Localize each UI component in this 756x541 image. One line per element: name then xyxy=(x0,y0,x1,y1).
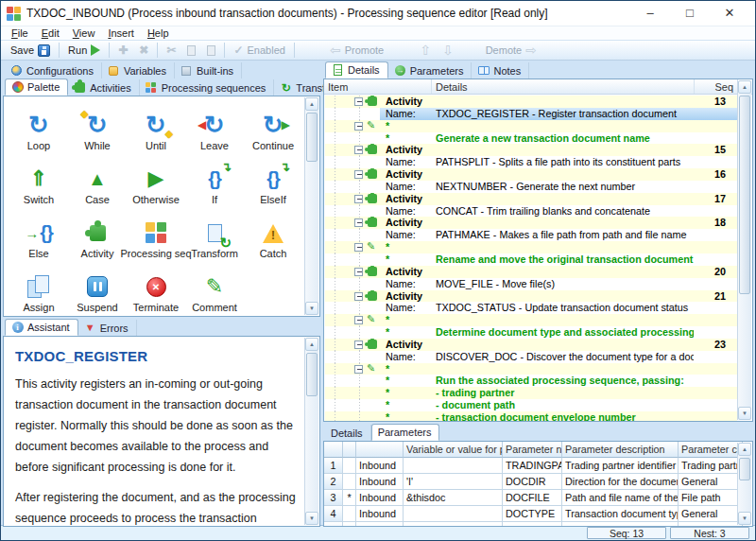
param-column-header-parameter-description[interactable]: Parameter description xyxy=(562,442,679,458)
scrollbar-track[interactable] xyxy=(738,456,751,512)
save-button[interactable]: Save xyxy=(5,41,56,60)
scrollbar-down-button[interactable]: ▼ xyxy=(738,512,751,525)
palette-item-elseif[interactable]: {}↴ElseIf xyxy=(244,154,302,208)
left-tab-palette[interactable]: Palette xyxy=(5,79,68,96)
parameter-row[interactable]: 5InboundDOCCONTENTTransaction document c… xyxy=(324,522,752,527)
scrollbar-thumb[interactable] xyxy=(306,353,318,396)
collapse-toggle[interactable] xyxy=(354,365,363,374)
palette-item-activity[interactable]: Activity xyxy=(68,208,127,262)
collapse-toggle[interactable] xyxy=(354,218,363,227)
tree-row-name[interactable]: Name:PATHSPLIT - Splits a file path into… xyxy=(325,156,737,168)
tree-row-comment[interactable]: *- transaction document envelope number xyxy=(325,411,737,422)
scrollbar-up-button[interactable]: ▲ xyxy=(738,443,751,456)
tree-row-name[interactable]: Name:NEXTNUMBER - Generate the next numb… xyxy=(325,181,737,193)
left-tab-processing-sequences[interactable]: Processing sequences xyxy=(140,79,275,96)
minimize-button[interactable]: – xyxy=(630,1,670,26)
collapse-toggle[interactable] xyxy=(354,340,363,349)
move-up-button[interactable]: ⇧ xyxy=(414,41,437,60)
paste-button[interactable] xyxy=(201,41,221,60)
param-column-header-parameter-cl[interactable]: Parameter cl... xyxy=(679,442,743,458)
scrollbar-track[interactable] xyxy=(305,111,318,302)
scrollbar-down-button[interactable]: ▼ xyxy=(738,407,751,420)
palette-item-catch[interactable]: !Catch xyxy=(244,208,302,262)
scrollbar-down-button[interactable]: ▼ xyxy=(305,512,318,525)
cut-button[interactable]: ✂ xyxy=(161,41,181,60)
palette-item-leave[interactable]: ↻◀Leave xyxy=(185,100,244,154)
tree-row-comment[interactable]: ✎* xyxy=(325,363,737,375)
palette-item-assign[interactable]: Assign xyxy=(9,262,68,316)
collapse-toggle[interactable] xyxy=(354,146,363,154)
palette-item-processing-seq[interactable]: Processing seq xyxy=(127,208,185,262)
assistant-tab-errors[interactable]: ▼Errors xyxy=(78,320,137,336)
tree-row-activity[interactable]: Activity23 xyxy=(325,339,737,351)
palette-item-loop[interactable]: ↻Loop xyxy=(9,100,68,154)
tree-row-activity[interactable]: Activity17 xyxy=(325,193,737,205)
collapse-toggle[interactable] xyxy=(354,292,363,301)
tree-scrollbar[interactable]: ▲▼ xyxy=(737,80,751,420)
palette-scrollbar[interactable]: ▲▼ xyxy=(304,97,318,315)
parameter-row[interactable]: 2Inbound'I'DOCDIRDirection for the docum… xyxy=(324,474,752,490)
palette-item-while[interactable]: ↻◆While xyxy=(68,100,127,154)
param-column-header[interactable] xyxy=(343,442,356,458)
param-column-header[interactable] xyxy=(324,442,343,458)
tree-row-comment[interactable]: *Determine document type and associated … xyxy=(325,326,737,339)
scrollbar-thumb[interactable] xyxy=(306,113,318,162)
tree-row-activity[interactable]: Activity13 xyxy=(325,96,737,108)
scrollbar-up-button[interactable]: ▲ xyxy=(738,80,751,94)
menu-item-edit[interactable]: Edit xyxy=(35,26,66,41)
collapse-toggle[interactable] xyxy=(354,195,363,203)
delete-button[interactable]: ✖ xyxy=(133,41,154,60)
demote-button[interactable]: Demote⇨ xyxy=(480,41,542,60)
scrollbar-thumb[interactable] xyxy=(739,96,750,294)
palette-item-suspend[interactable]: Suspend xyxy=(68,262,127,316)
tree-column-header-item[interactable]: Item xyxy=(324,79,432,94)
left-tab-variables[interactable]: Variables xyxy=(102,62,175,79)
tree-row-comment[interactable]: ✎* xyxy=(325,314,737,326)
bottom-tab-parameters[interactable]: Parameters xyxy=(371,424,440,441)
copy-button[interactable] xyxy=(181,41,201,60)
enabled-button[interactable]: ✓Enabled xyxy=(228,41,290,60)
parameters-scrollbar[interactable]: ▲▼ xyxy=(737,443,751,525)
tree-row-activity[interactable]: Activity15 xyxy=(325,144,737,156)
details-tab-notes[interactable]: Notes xyxy=(472,62,529,79)
tree-row-comment[interactable]: *- document path xyxy=(325,399,737,411)
tree-column-header-details[interactable]: Details xyxy=(432,79,695,94)
scrollbar-up-button[interactable]: ▲ xyxy=(305,97,318,111)
menu-item-file[interactable]: File xyxy=(5,26,35,41)
tree-row-activity[interactable]: Activity21 xyxy=(325,290,737,303)
left-tab-built-ins[interactable]: Built-ins xyxy=(175,62,242,79)
move-down-button[interactable]: ⇩ xyxy=(437,41,459,60)
tree-row-comment[interactable]: *Generate a new transaction document nam… xyxy=(325,132,737,145)
palette-item-case[interactable]: ▲Case xyxy=(68,154,127,208)
tree-row-comment[interactable]: ✎* xyxy=(325,241,737,253)
tree-row-comment[interactable]: ✎* xyxy=(325,120,737,132)
menu-item-help[interactable]: Help xyxy=(141,26,176,41)
scrollbar-down-button[interactable]: ▼ xyxy=(305,302,318,315)
palette-item-until[interactable]: ↻◆Until xyxy=(127,100,185,154)
assistant-tab-assistant[interactable]: iAssistant xyxy=(5,319,78,336)
run-button[interactable]: Run xyxy=(62,41,106,60)
tree-row-name[interactable]: Name:MOVE_FILE - Move file(s) xyxy=(325,278,737,290)
scrollbar-up-button[interactable]: ▲ xyxy=(305,338,318,351)
collapse-toggle[interactable] xyxy=(354,122,363,131)
tree-column-header-seq[interactable]: Seq xyxy=(695,79,738,94)
collapse-toggle[interactable] xyxy=(354,170,363,179)
param-column-header-parameter-n[interactable]: Parameter n... xyxy=(503,442,562,458)
collapse-toggle[interactable] xyxy=(354,268,363,276)
scrollbar-track[interactable] xyxy=(738,94,751,407)
details-tab-details[interactable]: Details xyxy=(325,61,388,79)
palette-item-comment[interactable]: ✎Comment xyxy=(185,262,244,316)
maximize-button[interactable]: □ xyxy=(670,1,710,26)
tree-row-name[interactable]: Name:TXDOC_STATUS - Update transaction d… xyxy=(325,302,737,314)
tree-row-activity[interactable]: Activity16 xyxy=(325,168,737,181)
palette-item-otherwise[interactable]: ▶Otherwise xyxy=(127,154,185,208)
details-tab-parameters[interactable]: →Parameters xyxy=(388,62,472,79)
palette-item-continue[interactable]: ↻▶Continue xyxy=(244,100,302,154)
palette-item-else[interactable]: →{}Else xyxy=(9,208,68,262)
tree-row-name[interactable]: Name:PATHMAKE - Makes a file path from p… xyxy=(325,229,737,241)
tree-row-comment[interactable]: *Run the associated processing sequence,… xyxy=(325,375,737,387)
palette-item-if[interactable]: {}↴If xyxy=(185,154,244,208)
parameter-row[interactable]: 4InboundDOCTYPETransaction document type… xyxy=(324,506,752,522)
promote-button[interactable]: ⇦Promote xyxy=(324,41,389,60)
scrollbar-thumb[interactable] xyxy=(739,458,750,480)
